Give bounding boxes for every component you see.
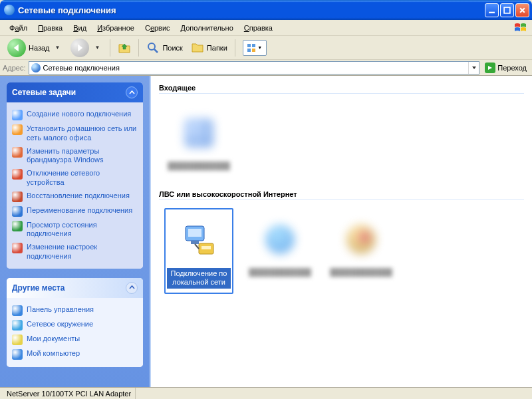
connection-item-lan-selected[interactable]: Подключение по локальной сети	[164, 208, 233, 293]
folder-up-icon	[118, 41, 131, 55]
place-label: Мои документы	[27, 334, 80, 344]
menubar: Файл Правка Вид Избранное Сервис Дополни…	[0, 20, 532, 36]
forward-button[interactable]: ▼	[67, 37, 106, 59]
forward-dropdown[interactable]: ▼	[92, 45, 102, 51]
windows-flag-icon	[512, 21, 529, 35]
group-header-incoming: Входящее	[159, 81, 524, 94]
place-label: Мой компьютер	[27, 349, 80, 358]
svg-rect-5	[252, 44, 255, 47]
menu-file[interactable]: Файл	[4, 22, 33, 34]
sidebar: Сетевые задачи Создание нового подключен…	[0, 76, 150, 387]
toolbar-separator	[110, 39, 110, 57]
panel-network-tasks: Сетевые задачи Создание нового подключен…	[7, 82, 143, 269]
place-link[interactable]: Сетевое окружение	[12, 318, 138, 332]
toolbar-separator	[235, 39, 235, 57]
menu-edit[interactable]: Правка	[33, 22, 68, 34]
place-link[interactable]: Мои документы	[12, 332, 138, 347]
svg-rect-7	[252, 49, 255, 52]
address-label: Адрес:	[3, 64, 26, 72]
panel-title-places: Другие места	[12, 283, 65, 293]
go-button[interactable]: Переход	[482, 61, 529, 74]
connection-item-incoming[interactable]: ████████████	[164, 102, 233, 176]
svg-rect-9	[188, 229, 201, 237]
chevron-up-icon	[129, 285, 135, 291]
task-link[interactable]: Изменить параметры брандмауэра Windows	[12, 145, 138, 168]
address-dropdown[interactable]	[468, 62, 479, 74]
up-button[interactable]	[114, 39, 134, 57]
panel-header-places: Другие места	[7, 278, 143, 298]
connection-item-lan-2[interactable]: ████████████	[245, 208, 315, 293]
task-icon	[12, 147, 23, 158]
task-icon	[12, 124, 23, 135]
folders-button[interactable]: Папки	[188, 39, 231, 57]
address-icon	[31, 63, 41, 72]
chevron-down-icon	[471, 65, 477, 70]
content-pane: Входящее ████████████ ЛВС или высокоскор…	[151, 76, 532, 387]
task-link[interactable]: Создание нового подключения	[12, 108, 138, 122]
place-link[interactable]: Панель управления	[12, 303, 138, 318]
go-arrow-icon	[485, 63, 495, 73]
minimize-button[interactable]	[485, 3, 499, 17]
maximize-button[interactable]	[500, 3, 514, 17]
back-button[interactable]: Назад ▼	[4, 37, 66, 59]
connection-label: ████████████	[328, 267, 394, 278]
collapse-tasks-button[interactable]	[126, 86, 138, 98]
lan-icon	[169, 213, 229, 268]
window-icon	[4, 5, 15, 15]
task-icon	[12, 221, 23, 231]
task-link[interactable]: Установить домашнюю сеть или сеть малого…	[12, 122, 138, 145]
toolbar: Назад ▼ ▼ Поиск Папки ▼	[0, 36, 532, 60]
close-icon	[519, 7, 526, 14]
place-link[interactable]: Мой компьютер	[12, 347, 138, 362]
task-link[interactable]: Просмотр состояния подключения	[12, 219, 138, 241]
forward-icon	[70, 39, 89, 57]
menu-tools[interactable]: Сервис	[140, 22, 176, 34]
search-label: Поиск	[162, 44, 182, 52]
folders-icon	[191, 41, 204, 55]
task-label: Создание нового подключения	[27, 110, 131, 119]
address-bar: Адрес: Сетевые подключения Переход	[0, 60, 532, 76]
place-icon	[12, 334, 23, 345]
connection-item-lan-3[interactable]: ████████████	[327, 208, 396, 293]
task-icon	[12, 243, 23, 253]
window-titlebar: Сетевые подключения	[0, 0, 532, 20]
task-label: Восстановление подключения	[27, 192, 130, 201]
svg-line-3	[154, 49, 158, 53]
task-icon	[12, 206, 23, 217]
task-label: Изменить параметры брандмауэра Windows	[27, 147, 138, 166]
back-dropdown[interactable]: ▼	[53, 45, 63, 51]
task-link[interactable]: Восстановление подключения	[12, 190, 138, 204]
collapse-places-button[interactable]	[126, 282, 138, 294]
address-value: Сетевые подключения	[43, 64, 120, 72]
svg-rect-6	[247, 49, 251, 52]
task-icon	[12, 169, 23, 180]
status-bar: NetServer 10/100TX PCI LAN Adapter	[0, 387, 532, 399]
close-button[interactable]	[515, 3, 529, 17]
panel-other-places: Другие места Панель управленияСетевое ок…	[7, 278, 143, 367]
task-link[interactable]: Отключение сетевого устройства	[12, 167, 138, 190]
svg-rect-0	[489, 11, 495, 13]
search-button[interactable]: Поиск	[143, 39, 186, 57]
views-icon: ▼	[243, 40, 267, 56]
place-icon	[12, 320, 23, 331]
place-label: Сетевое окружение	[27, 320, 93, 329]
place-label: Панель управления	[27, 305, 94, 315]
connection-label-selected: Подключение по локальной сети	[167, 268, 231, 288]
task-label: Отключение сетевого устройства	[27, 169, 138, 188]
panel-header-tasks: Сетевые задачи	[7, 82, 143, 102]
task-icon	[12, 192, 23, 202]
place-icon	[12, 305, 23, 316]
task-label: Просмотр состояния подключения	[27, 221, 138, 239]
task-icon	[12, 110, 23, 120]
menu-help[interactable]: Справка	[239, 22, 278, 34]
task-link[interactable]: Изменение настроек подключения	[12, 241, 138, 263]
svg-rect-10	[191, 241, 199, 244]
task-link[interactable]: Переименование подключения	[12, 204, 138, 219]
menu-view[interactable]: Вид	[68, 22, 92, 34]
menu-advanced[interactable]: Дополнительно	[176, 22, 239, 34]
views-button[interactable]: ▼	[239, 38, 270, 58]
chevron-up-icon	[129, 90, 135, 96]
connection-label: ████████████	[166, 160, 232, 172]
menu-favorites[interactable]: Избранное	[92, 22, 140, 34]
address-field[interactable]: Сетевые подключения	[29, 61, 480, 74]
